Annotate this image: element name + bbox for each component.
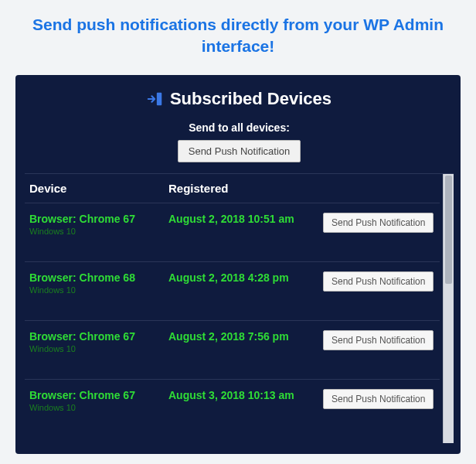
send-all-label: Send to all devices: <box>25 121 454 134</box>
table-header-row: Device Registered <box>25 174 440 203</box>
send-push-button[interactable]: Send Push Notification <box>323 271 434 292</box>
table-row: Browser: Chrome 67 Windows 10 August 3, … <box>25 380 440 438</box>
device-browser: Browser: Chrome 68 <box>29 271 168 284</box>
device-registered: August 2, 2018 7:56 pm <box>168 330 323 343</box>
col-device-header: Device <box>29 182 168 195</box>
device-os: Windows 10 <box>29 227 168 236</box>
send-push-button[interactable]: Send Push Notification <box>323 213 434 233</box>
scrollbar[interactable] <box>443 174 454 443</box>
table-row: Browser: Chrome 67 Windows 10 August 2, … <box>25 321 440 380</box>
send-all-button[interactable]: Send Push Notification <box>178 140 301 162</box>
login-icon <box>147 90 164 107</box>
col-registered-header: Registered <box>168 182 323 195</box>
device-registered: August 3, 2018 10:13 am <box>168 389 323 401</box>
send-push-button[interactable]: Send Push Notification <box>323 330 434 350</box>
table-row: Browser: Chrome 68 Windows 10 August 2, … <box>25 262 440 321</box>
device-os: Windows 10 <box>29 285 168 295</box>
device-os: Windows 10 <box>29 403 168 412</box>
subscribed-devices-panel: Subscribed Devices Send to all devices: … <box>15 75 461 454</box>
hero-headline: Send push notifications directly from yo… <box>0 0 476 75</box>
device-browser: Browser: Chrome 67 <box>29 213 168 225</box>
device-os: Windows 10 <box>29 344 168 353</box>
device-registered: August 2, 2018 10:51 am <box>168 213 323 225</box>
panel-title: Subscribed Devices <box>25 89 454 109</box>
panel-title-text: Subscribed Devices <box>170 89 332 109</box>
table-row: Browser: Chrome 67 Windows 10 August 2, … <box>25 203 440 262</box>
scrollbar-thumb[interactable] <box>445 176 452 284</box>
device-browser: Browser: Chrome 67 <box>29 330 168 343</box>
device-registered: August 2, 2018 4:28 pm <box>168 271 323 284</box>
devices-table: Device Registered Browser: Chrome 67 Win… <box>25 173 454 443</box>
send-push-button[interactable]: Send Push Notification <box>323 389 434 409</box>
svg-rect-0 <box>157 92 162 105</box>
send-all-section: Send to all devices: Send Push Notificat… <box>25 121 454 162</box>
device-browser: Browser: Chrome 67 <box>29 389 168 401</box>
